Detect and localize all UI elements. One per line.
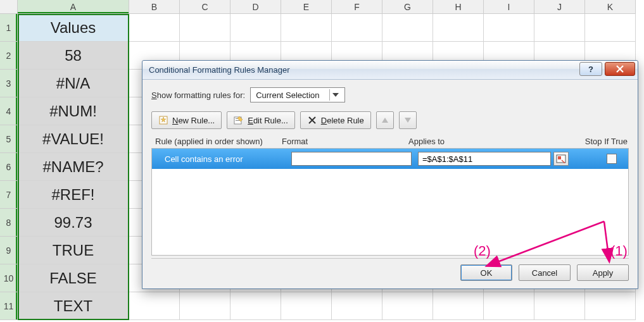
cell-C11[interactable] [180,292,230,320]
column-header-B[interactable]: B [129,0,180,14]
column-header-G[interactable]: G [382,0,433,14]
row-header-11[interactable]: 11 [0,292,18,320]
cancel-button[interactable]: Cancel [519,264,571,281]
svg-rect-5 [558,156,561,159]
chevron-up-icon [382,118,388,123]
chevron-down-icon [405,118,411,123]
cell-A11[interactable]: TEXT [18,292,129,320]
row-header-4[interactable]: 4 [0,97,18,125]
cell-E11[interactable] [281,292,332,320]
column-header-C[interactable]: C [180,0,230,14]
row-header-6[interactable]: 6 [0,153,18,181]
rules-scope-value: Current Selection [256,90,319,100]
column-header-D[interactable]: D [230,0,281,14]
select-all-corner[interactable] [0,0,18,14]
column-header-J[interactable]: J [534,0,585,14]
column-header-E[interactable]: E [281,0,332,14]
new-rule-label: New Rule... [172,116,215,125]
cell-J1[interactable] [534,14,585,42]
edit-rule-label: Edit Rule... [248,116,288,125]
delete-rule-button[interactable]: Delete Rule [300,111,371,129]
cell-G11[interactable] [382,292,433,320]
cell-I1[interactable] [484,14,534,42]
row-header-9[interactable]: 9 [0,237,18,264]
row-11: 11TEXT [0,292,636,320]
row-header-3[interactable]: 3 [0,70,18,97]
delete-rule-icon [307,115,317,125]
new-rule-button[interactable]: New Rule... [151,111,222,129]
cell-F1[interactable] [332,14,382,42]
cell-C1[interactable] [180,14,230,42]
column-header-K[interactable]: K [585,0,636,14]
edit-rule-button[interactable]: Edit Rule... [227,111,295,129]
rules-scope-dropdown[interactable]: Current Selection [250,87,345,102]
apply-button[interactable]: Apply [577,264,629,281]
dialog-titlebar[interactable]: Conditional Formatting Rules Manager ? [142,61,638,80]
cell-K11[interactable] [585,292,636,320]
new-rule-icon [158,115,168,125]
rule-format-cell [291,152,418,166]
cell-B11[interactable] [129,292,180,320]
cell-A10[interactable]: FALSE [18,264,129,292]
cell-A9[interactable]: TRUE [18,237,129,264]
row-header-2[interactable]: 2 [0,42,18,70]
header-rule: Rule (applied in order shown) [155,137,282,146]
edit-rule-icon [234,115,244,125]
cell-H1[interactable] [433,14,484,42]
cell-G1[interactable] [382,14,433,42]
cell-K1[interactable] [585,14,636,42]
ok-button[interactable]: OK [460,264,512,281]
cell-D11[interactable] [230,292,281,320]
conditional-formatting-dialog: Conditional Formatting Rules Manager ? S… [142,60,638,289]
cell-E1[interactable] [281,14,332,42]
rules-list-header: Rule (applied in order shown) Format App… [151,137,629,148]
cell-A3[interactable]: #N/A [18,70,129,97]
apply-label: Apply [593,268,614,278]
cell-A6[interactable]: #NAME? [18,153,129,181]
rule-row[interactable]: Cell contains an error [152,149,628,169]
delete-rule-label: Delete Rule [321,116,364,125]
dialog-footer: OK Cancel Apply [151,258,629,281]
cell-J11[interactable] [534,292,585,320]
cancel-label: Cancel [532,268,557,278]
rules-toolbar: New Rule... Edit Rule... Delete Rule [151,111,629,129]
cell-A7[interactable]: #REF! [18,181,129,209]
row-1: 1Values [0,14,636,42]
column-header-A[interactable]: A [18,0,129,14]
collapse-range-button[interactable] [553,152,569,166]
cell-B1[interactable] [129,14,180,42]
cell-I11[interactable] [484,292,534,320]
applies-to-input[interactable] [418,152,551,166]
row-header-10[interactable]: 10 [0,264,18,292]
cell-A1[interactable]: Values [18,14,129,42]
row-header-1[interactable]: 1 [0,14,18,42]
rule-description: Cell contains an error [165,154,291,164]
cell-A5[interactable]: #VALUE! [18,125,129,153]
cell-D1[interactable] [230,14,281,42]
header-format: Format [282,137,408,146]
cell-A2[interactable]: 58 [18,42,129,70]
format-preview [291,152,412,166]
cell-A4[interactable]: #NUM! [18,97,129,125]
cell-F11[interactable] [332,292,382,320]
row-header-7[interactable]: 7 [0,181,18,209]
column-header-H[interactable]: H [433,0,484,14]
cell-H11[interactable] [433,292,484,320]
column-header-I[interactable]: I [484,0,534,14]
cell-A8[interactable]: 99.73 [18,209,129,237]
row-header-8[interactable]: 8 [0,209,18,237]
rules-scope-label: Show formatting rules for: [151,90,245,100]
move-rule-down-button[interactable] [399,111,417,129]
close-button[interactable] [605,62,635,76]
rule-applies-cell [418,152,576,166]
rules-list: Cell contains an error [151,148,629,256]
stop-if-true-checkbox[interactable] [607,154,617,164]
dropdown-arrow-icon [329,89,341,101]
move-rule-up-button[interactable] [376,111,394,129]
help-button[interactable]: ? [579,62,602,76]
close-icon [616,65,624,73]
row-header-5[interactable]: 5 [0,125,18,153]
dialog-title: Conditional Formatting Rules Manager [149,65,290,75]
column-header-F[interactable]: F [332,0,382,14]
header-applies: Applies to [408,137,567,146]
